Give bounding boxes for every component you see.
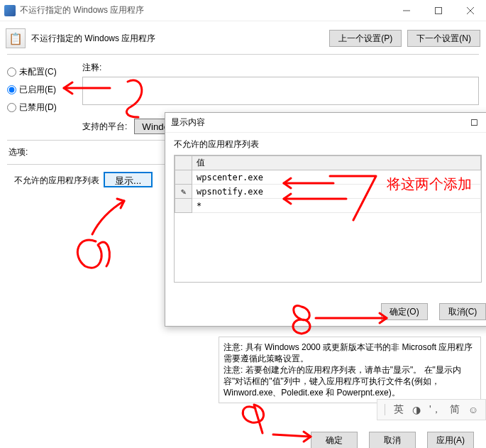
help-text: 注意: 具有 Windows 2000 或更新版本证书的非 Microsoft … bbox=[219, 337, 481, 403]
row-marker-edit: ✎ bbox=[175, 185, 192, 199]
radio-not-configured-input[interactable] bbox=[7, 67, 16, 77]
ime-face-icon[interactable]: ☺ bbox=[468, 404, 478, 415]
radio-not-configured-label: 未配置(C) bbox=[19, 66, 57, 78]
ime-bar[interactable]: 英 ◑ '， 简 ☺ bbox=[377, 399, 486, 420]
radio-enabled-label: 已启用(E) bbox=[19, 84, 56, 96]
inner-list-label: 不允许的应用程序列表 bbox=[174, 138, 482, 151]
show-button[interactable]: 显示... bbox=[104, 172, 153, 187]
show-contents-dialog: 显示内容 ☐ 不允许的应用程序列表 值 wpscenter.exe bbox=[165, 112, 486, 327]
inner-maximize-button[interactable]: ☐ bbox=[463, 118, 485, 128]
minimize-button[interactable] bbox=[390, 0, 422, 21]
inner-ok-button[interactable]: 确定(O) bbox=[381, 303, 428, 320]
table-row[interactable]: ✎ wpsnotify.exe bbox=[175, 185, 481, 199]
platform-label: 支持的平台: bbox=[82, 121, 127, 133]
radio-enabled-input[interactable] bbox=[7, 85, 16, 94]
inner-dialog-buttons: 确定(O) 取消(C) bbox=[375, 303, 486, 320]
maximize-button[interactable] bbox=[422, 0, 454, 21]
comment-textarea[interactable] bbox=[82, 77, 479, 105]
table-row[interactable]: * bbox=[175, 199, 481, 213]
values-grid[interactable]: 值 wpscenter.exe ✎ wpsnotify.exe * bbox=[174, 155, 482, 283]
window-controls bbox=[390, 0, 486, 21]
inner-title-bar: 显示内容 ☐ bbox=[165, 113, 486, 133]
radio-disabled[interactable]: 已禁用(D) bbox=[7, 102, 78, 114]
bottom-buttons: 确定 取消 应用(A) bbox=[305, 432, 474, 448]
divider bbox=[7, 54, 479, 55]
row-marker bbox=[175, 199, 192, 213]
table-row[interactable]: wpscenter.exe bbox=[175, 170, 481, 185]
comment-label: 注释: bbox=[82, 62, 479, 74]
ime-punct[interactable]: '， bbox=[429, 403, 441, 416]
apply-button[interactable]: 应用(A) bbox=[427, 432, 474, 448]
radio-not-configured[interactable]: 未配置(C) bbox=[7, 66, 78, 78]
svg-rect-1 bbox=[435, 7, 441, 13]
header-row: 📋 不运行指定的 Windows 应用程序 上一个设置(P) 下一个设置(N) bbox=[0, 21, 486, 53]
ime-separator bbox=[385, 404, 385, 415]
window-title: 不运行指定的 Windows 应用程序 bbox=[20, 4, 144, 16]
grid-cell[interactable]: wpscenter.exe bbox=[192, 170, 481, 185]
row-marker bbox=[175, 170, 192, 185]
moon-icon[interactable]: ◑ bbox=[412, 404, 421, 415]
grid-cell[interactable]: wpsnotify.exe bbox=[192, 185, 481, 199]
title-bar: 不运行指定的 Windows 应用程序 bbox=[0, 0, 486, 21]
cancel-button[interactable]: 取消 bbox=[369, 432, 416, 448]
next-setting-button[interactable]: 下一个设置(N) bbox=[407, 30, 480, 47]
grid-cell[interactable]: * bbox=[192, 199, 481, 213]
radio-disabled-label: 已禁用(D) bbox=[19, 102, 57, 114]
inner-cancel-button[interactable]: 取消(C) bbox=[439, 303, 486, 320]
ok-button[interactable]: 确定 bbox=[311, 432, 358, 448]
radio-column: 未配置(C) 已启用(E) 已禁用(D) bbox=[7, 60, 78, 134]
ime-lang[interactable]: 英 bbox=[394, 403, 404, 416]
app-icon bbox=[4, 5, 16, 16]
policy-icon: 📋 bbox=[6, 28, 26, 48]
grid-column-value[interactable]: 值 bbox=[192, 156, 481, 170]
grid-corner bbox=[175, 156, 192, 170]
close-button[interactable] bbox=[454, 0, 486, 21]
ime-mode[interactable]: 简 bbox=[450, 403, 460, 416]
inner-content: 不允许的应用程序列表 值 wpscenter.exe ✎ wps bbox=[165, 133, 486, 288]
radio-disabled-input[interactable] bbox=[7, 103, 16, 112]
disallowed-label: 不允许的应用程序列表 bbox=[14, 172, 99, 187]
radio-enabled[interactable]: 已启用(E) bbox=[7, 84, 78, 96]
inner-dialog-title: 显示内容 bbox=[171, 116, 463, 129]
page-title: 不运行指定的 Windows 应用程序 bbox=[31, 33, 155, 45]
prev-setting-button[interactable]: 上一个设置(P) bbox=[329, 30, 402, 47]
